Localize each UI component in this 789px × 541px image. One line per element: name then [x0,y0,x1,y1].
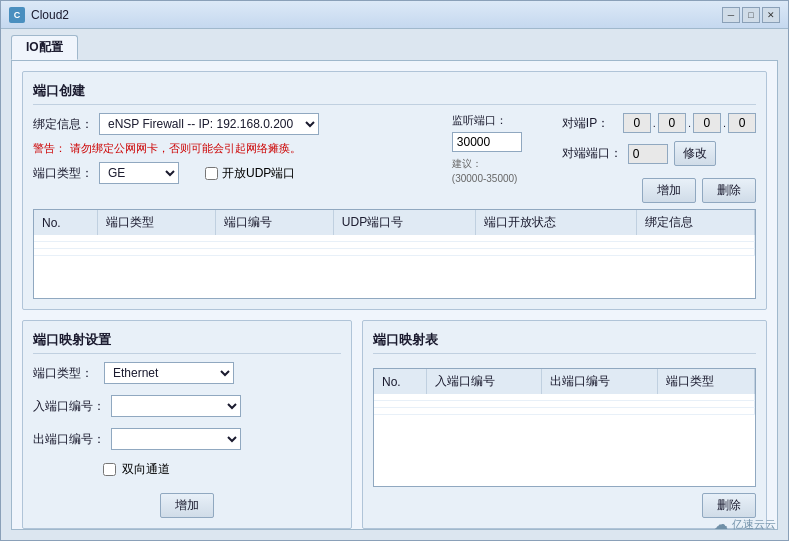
peer-ip-input-group: . . . [623,113,756,133]
tab-io-config[interactable]: IO配置 [11,35,78,60]
window-title: Cloud2 [31,8,722,22]
watermark-icon: ☁ [714,516,728,532]
map-col-out: 出端口编号 [542,369,657,394]
port-type-label: 端口类型： [33,165,93,182]
bidirectional-label: 双向通道 [122,461,170,478]
warning-row: 警告： 请勿绑定公网网卡，否则可能会引起网络瘫痪。 [33,141,442,156]
right-panel: 对端IP： . . . 对端端口： [562,113,756,203]
map-col-no: No. [374,369,427,394]
col-udp-port: UDP端口号 [333,210,475,235]
watermark: ☁ 亿速云云 [714,516,776,532]
col-port-type: 端口类型 [98,210,216,235]
minimize-button[interactable]: ─ [722,7,740,23]
peer-ip-seg3[interactable] [693,113,721,133]
delete-button[interactable]: 删除 [702,178,756,203]
out-port-select[interactable] [111,428,241,450]
bidirectional-checkbox[interactable] [103,463,116,476]
mapping-port-type-row: 端口类型： Ethernet [33,362,341,384]
peer-ip-seg1[interactable] [623,113,651,133]
bidirectional-row: 双向通道 [103,461,341,478]
mapping-port-type-select[interactable]: Ethernet [104,362,234,384]
port-type-row: 端口类型： GE 开放UDP端口 [33,162,442,184]
mapping-table-wrap: No. 入端口编号 出端口编号 端口类型 [373,368,756,487]
listen-port-input[interactable] [452,132,522,152]
suggest-range: (30000-35000) [452,173,518,184]
maximize-button[interactable]: □ [742,7,760,23]
tab-bar: IO配置 [1,29,788,60]
port-mapping-settings-section: 端口映射设置 端口类型： Ethernet 入端口编号： [22,320,352,529]
in-port-select[interactable] [111,395,241,417]
peer-port-input[interactable] [628,144,668,164]
port-table-container: No. 端口类型 端口编号 UDP端口号 端口开放状态 绑定信息 [33,209,756,299]
port-create-title: 端口创建 [33,82,756,105]
app-icon: C [9,7,25,23]
add-button[interactable]: 增加 [642,178,696,203]
in-port-label: 入端口编号： [33,398,105,415]
port-create-section: 端口创建 绑定信息： eNSP Firewall -- IP: 192.168.… [22,71,767,310]
binding-row: 绑定信息： eNSP Firewall -- IP: 192.168.0.200 [33,113,442,135]
warning-label: 警告： [33,141,66,156]
title-controls: ─ □ ✕ [722,7,780,23]
col-open-status: 端口开放状态 [475,210,636,235]
mapping-table-body [374,394,755,415]
table-row [34,242,755,249]
port-table: No. 端口类型 端口编号 UDP端口号 端口开放状态 绑定信息 [34,210,755,256]
title-bar: C Cloud2 ─ □ ✕ [1,1,788,29]
warning-text: 请勿绑定公网网卡，否则可能会引起网络瘫痪。 [70,141,301,156]
action-btn-row: 增加 删除 [562,178,756,203]
modify-button[interactable]: 修改 [674,141,716,166]
udp-label: 开放UDP端口 [222,165,295,182]
mapping-table-header: No. 入端口编号 出端口编号 端口类型 [374,369,755,394]
mapping-port-type-label: 端口类型： [33,365,98,382]
main-content: 端口创建 绑定信息： eNSP Firewall -- IP: 192.168.… [11,60,778,530]
peer-ip-seg4[interactable] [728,113,756,133]
watermark-text: 亿速云云 [732,517,776,532]
mapping-add-button[interactable]: 增加 [160,493,214,518]
bottom-row: 端口映射设置 端口类型： Ethernet 入端口编号： [22,320,767,529]
mapping-table-title: 端口映射表 [373,331,756,354]
close-button[interactable]: ✕ [762,7,780,23]
table-row [374,401,755,408]
table-row [34,249,755,256]
mapping-settings-title: 端口映射设置 [33,331,341,354]
out-port-label: 出端口编号： [33,431,105,448]
udp-checkbox[interactable] [205,167,218,180]
mapping-table: No. 入端口编号 出端口编号 端口类型 [374,369,755,415]
port-table-body [34,235,755,256]
map-col-type: 端口类型 [657,369,754,394]
table-row [374,408,755,415]
peer-ip-seg2[interactable] [658,113,686,133]
col-no: No. [34,210,98,235]
map-col-in: 入端口编号 [427,369,542,394]
middle-panel: 监听端口： 建议： (30000-35000) [452,113,552,203]
peer-port-label: 对端端口： [562,145,622,162]
peer-ip-row: 对端IP： . . . [562,113,756,133]
port-mapping-table-section: 端口映射表 No. 入端口编号 出端口编号 端口类型 [362,320,767,529]
peer-port-row: 对端端口： 修改 [562,141,756,166]
mapping-table-inner: 端口映射表 No. 入端口编号 出端口编号 端口类型 [373,331,756,518]
binding-select[interactable]: eNSP Firewall -- IP: 192.168.0.200 [99,113,319,135]
mapping-settings-inner: 端口类型： Ethernet 入端口编号： 出端口编号： [33,362,341,518]
listen-label: 监听端口： [452,113,552,128]
mapping-delete-button[interactable]: 删除 [702,493,756,518]
binding-label: 绑定信息： [33,116,93,133]
in-port-row: 入端口编号： [33,395,341,417]
col-binding-info: 绑定信息 [637,210,755,235]
suggest-label: 建议： [452,158,482,169]
out-port-row: 出端口编号： [33,428,341,450]
main-window: C Cloud2 ─ □ ✕ IO配置 端口创建 绑定信息： eNSP Fire… [0,0,789,541]
peer-ip-label: 对端IP： [562,115,617,132]
udp-checkbox-row: 开放UDP端口 [205,165,295,182]
col-port-num: 端口编号 [216,210,334,235]
port-type-select[interactable]: GE [99,162,179,184]
table-header-row: No. 端口类型 端口编号 UDP端口号 端口开放状态 绑定信息 [34,210,755,235]
suggest-row: 建议： (30000-35000) [452,156,552,185]
left-panel: 绑定信息： eNSP Firewall -- IP: 192.168.0.200… [33,113,442,203]
